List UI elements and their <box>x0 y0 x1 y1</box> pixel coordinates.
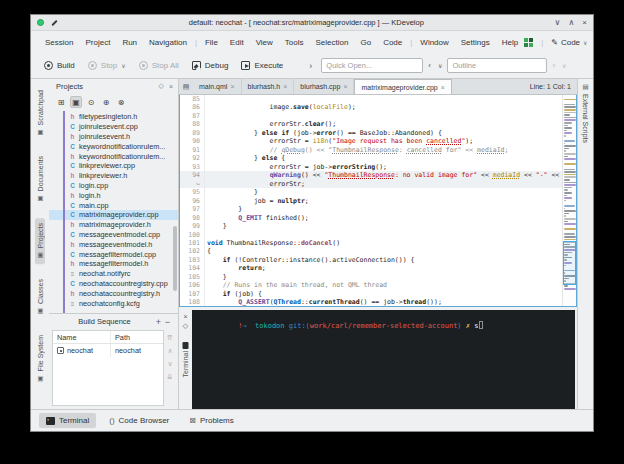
terminal-toolview-tab[interactable]: Terminal <box>182 342 189 377</box>
execute-button[interactable]: Execute <box>236 59 288 72</box>
close-icon[interactable]: × <box>441 84 445 91</box>
outline-input[interactable]: Outline <box>447 58 547 73</box>
project-filter-icon[interactable]: ⊕ <box>100 96 112 108</box>
tree-item[interactable]: hjoinrulesevent.h <box>49 132 178 142</box>
tree-item[interactable]: hneochataccountregistry.h <box>49 288 178 298</box>
menu-item-tools[interactable]: Tools <box>279 37 310 48</box>
menu-item-selection[interactable]: Selection <box>310 37 355 48</box>
nav-dropdown2-icon[interactable]: ∨ <box>560 62 568 69</box>
toolview-button-problems[interactable]: ⊠Problems <box>182 413 241 428</box>
close-icon[interactable]: × <box>283 83 287 90</box>
terminal[interactable]: !→ tokodon git:(work/carl/remember-selec… <box>192 310 577 409</box>
tree-item[interactable]: hlinkpreviewer.h <box>49 171 178 181</box>
move-bottom-icon[interactable]: ⇊ <box>167 373 173 381</box>
menu-item-settings[interactable]: Settings <box>455 37 496 48</box>
code-area-button[interactable]: ✎ Code ∨ <box>551 38 587 47</box>
menu-item-help[interactable]: Help <box>496 37 524 48</box>
tab-main-qml[interactable]: main.qml× <box>193 79 242 94</box>
close-icon[interactable]: × <box>169 83 173 90</box>
move-down-icon[interactable]: ∨ <box>167 360 172 368</box>
close-icon[interactable]: × <box>230 83 234 90</box>
titlebar[interactable]: default: neochat - [ neochat:src/matrixi… <box>31 15 593 31</box>
show-targets-icon[interactable]: ▣ <box>70 96 82 108</box>
build-button[interactable]: Build <box>39 59 80 72</box>
tab-blurhash-cpp[interactable]: blurhash.cpp× <box>294 79 354 94</box>
nav-back-icon[interactable]: ‹ <box>426 61 433 70</box>
tree-item[interactable]: hmatriximageprovider.h <box>49 220 178 230</box>
tree-item[interactable]: Ckeywordnotificationrulem... <box>49 141 178 151</box>
debug-button[interactable]: Debug <box>187 59 234 72</box>
menu-item-code[interactable]: Code <box>377 37 408 48</box>
stop-button[interactable]: Stop∨ <box>83 59 131 72</box>
stop-all-button[interactable]: Stop All <box>134 59 184 72</box>
locate-document-icon[interactable]: ⊞ <box>55 96 67 108</box>
project-close-icon[interactable]: ⊗ <box>115 96 127 108</box>
add-button[interactable]: + <box>154 317 163 327</box>
toolview-button-terminal[interactable]: Terminal <box>39 413 96 428</box>
sidebar-item-scratchpad[interactable]: ▣Scratchpad <box>35 85 45 141</box>
close-icon[interactable]: × <box>343 83 347 90</box>
h-file-icon: h <box>68 260 77 267</box>
maximize-icon[interactable]: ∧ <box>568 18 574 27</box>
menu-item-go[interactable]: Go <box>354 37 377 48</box>
table-row[interactable]: neochatneochat <box>53 344 163 357</box>
menu-item-edit[interactable]: Edit <box>224 37 250 48</box>
minimize-icon[interactable]: ∨ <box>555 18 561 27</box>
menu-item-session[interactable]: Session <box>39 37 79 48</box>
menu-item-view[interactable]: View <box>250 37 279 48</box>
tree-item[interactable]: Cneochataccountregistry.cpp <box>49 279 178 289</box>
area-switcher-icon[interactable] <box>524 38 533 47</box>
code-editor[interactable]: 8586 image.save(localFile);8788 errorStr… <box>179 95 577 307</box>
menu-item-project[interactable]: Project <box>79 37 116 48</box>
tree-item[interactable]: Clinkpreviewer.cpp <box>49 161 178 171</box>
nav-forward-icon[interactable]: › <box>550 61 557 70</box>
menu-item-navigation[interactable]: Navigation <box>143 37 193 48</box>
close-icon[interactable]: × <box>582 18 587 27</box>
tree-item[interactable]: hlogin.h <box>49 190 178 200</box>
tree-item[interactable]: Clogin.cpp <box>49 181 178 191</box>
sidebar-item-documents[interactable]: ▣Documents <box>35 151 45 207</box>
target-icon <box>57 347 64 354</box>
menu-item-window[interactable]: Window <box>414 37 454 48</box>
column-header-name[interactable]: Name <box>53 331 111 343</box>
code-seg: << <box>477 171 493 179</box>
tab-matriximageprovider-cpp[interactable]: matriximageprovider.cpp× <box>354 79 451 94</box>
move-top-icon[interactable]: ⇈ <box>167 334 173 342</box>
toolbar-overflow-chevron[interactable]: › <box>305 61 316 71</box>
move-up-icon[interactable]: ∧ <box>167 347 172 355</box>
detach-icon[interactable]: ◇ <box>159 82 164 90</box>
tree-item[interactable]: ≡neochatconfig.kcfg <box>49 298 178 308</box>
document-list-icon[interactable]: ▤ <box>179 79 193 94</box>
remove-button[interactable]: − <box>163 317 172 327</box>
sidebar-item-file-system[interactable]: ▣File System <box>35 330 45 388</box>
menu-item-run[interactable]: Run <box>116 37 143 48</box>
tree-item[interactable]: Cmessageeventmodel.cpp <box>49 230 178 240</box>
minimap-line <box>564 176 576 178</box>
tree-scrollbar[interactable] <box>173 226 177 291</box>
external-scripts-tab[interactable]: ▤ External Scripts <box>582 83 590 143</box>
sidebar-item-classes[interactable]: ▣Classes <box>35 274 45 320</box>
close-icon[interactable]: × <box>183 312 187 321</box>
tree-item[interactable]: Cmatriximageprovider.cpp <box>49 210 178 220</box>
tree-item[interactable]: Cmain.cpp <box>49 200 178 210</box>
toolview-button-code-browser[interactable]: ()Code Browser <box>102 413 176 428</box>
minimap-viewport[interactable] <box>563 241 576 285</box>
detach-icon[interactable]: ◇ <box>183 321 188 330</box>
quick-open-input[interactable]: Quick Open... <box>321 58 423 73</box>
tab-blurhash-h[interactable]: blurhash.h× <box>242 79 295 94</box>
minimap-scrollbar[interactable] <box>562 95 576 306</box>
code-seg: ThumbnailResponse:: <box>223 239 301 247</box>
nav-dropdown-icon[interactable]: ∨ <box>436 62 444 69</box>
project-config-icon[interactable]: ⊙ <box>85 96 97 108</box>
tree-item[interactable]: hkeywordnotificationrulem... <box>49 151 178 161</box>
tree-item[interactable]: ≡neochat.notifyrc <box>49 269 178 279</box>
column-header-path[interactable]: Path <box>111 333 163 342</box>
tree-item[interactable]: Cjoinrulesevent.cpp <box>49 122 178 132</box>
menu-item-file[interactable]: File <box>199 37 224 48</box>
tree-item[interactable]: hmessageeventmodel.h <box>49 239 178 249</box>
tree-item[interactable]: hmessagefiltermodel.h <box>49 259 178 269</box>
tree-item[interactable]: hfiletypesingleton.h <box>49 112 178 122</box>
tree-item[interactable]: Cmessagefiltermodel.cpp <box>49 249 178 259</box>
sidebar-item-projects[interactable]: ▣Projects <box>35 218 45 264</box>
tree-item-label: messagefiltermodel.h <box>79 259 148 268</box>
